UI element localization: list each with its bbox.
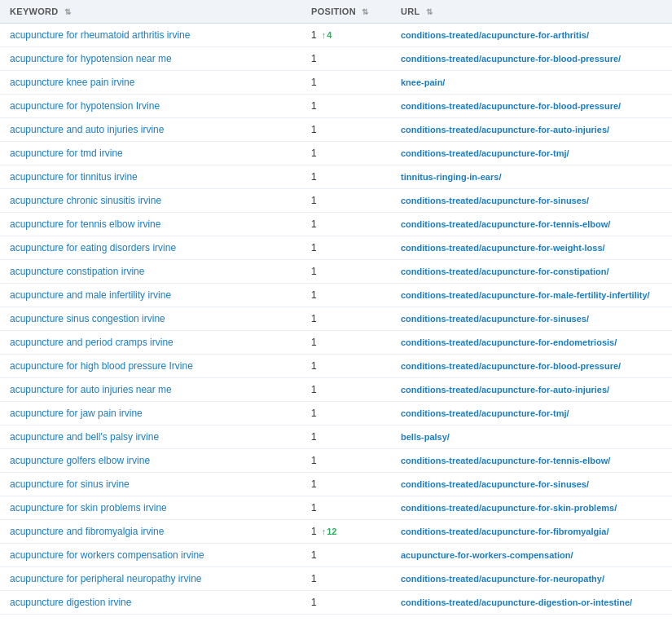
url-cell[interactable]: conditions-treated/acupuncture-for-tenni… — [391, 449, 672, 473]
keyword-sort-icon[interactable]: ⇅ — [64, 7, 71, 16]
table-row: acupuncture digestion irvine1conditions-… — [0, 591, 672, 615]
position-sort-icon[interactable]: ⇅ — [362, 7, 368, 16]
keyword-cell[interactable]: acupuncture sinus congestion irvine — [0, 307, 301, 331]
url-cell[interactable]: conditions-treated/acupuncture-for-auto-… — [391, 378, 672, 402]
table-row: acupuncture chronic sinusitis irvine1con… — [0, 189, 672, 213]
seo-rankings-table: KEYWORD ⇅ POSITION ⇅ URL ⇅ acupuncture f… — [0, 0, 672, 615]
url-cell[interactable]: conditions-treated/acupuncture-for-sinus… — [391, 473, 672, 496]
position-value: 1 — [311, 384, 317, 395]
table-row: acupuncture and fibromyalgia irvine1↑12c… — [0, 520, 672, 544]
position-value: 1 — [311, 289, 317, 301]
url-cell[interactable]: conditions-treated/acupuncture-for-endom… — [391, 331, 672, 355]
url-cell[interactable]: conditions-treated/acupuncture-for-male-… — [391, 284, 672, 307]
keyword-cell[interactable]: acupuncture knee pain irvine — [0, 71, 301, 95]
url-cell[interactable]: conditions-treated/acupuncture-for-auto-… — [391, 118, 672, 142]
position-cell: 1 — [301, 449, 391, 473]
keyword-cell[interactable]: acupuncture for hypotension Irvine — [0, 95, 301, 118]
position-cell: 1 — [301, 307, 391, 331]
position-value: 1 — [311, 337, 317, 348]
position-value: 1 — [311, 478, 317, 490]
position-value: 1 — [311, 171, 317, 183]
keyword-cell[interactable]: acupuncture and male infertility irvine — [0, 284, 301, 307]
table-row: acupuncture for peripheral neuropathy ir… — [0, 567, 672, 591]
keyword-cell[interactable]: acupuncture chronic sinusitis irvine — [0, 189, 301, 213]
table-row: acupuncture knee pain irvine1knee-pain/ — [0, 71, 672, 95]
keyword-cell[interactable]: acupuncture and fibromyalgia irvine — [0, 520, 301, 544]
url-cell[interactable]: conditions-treated/acupuncture-for-arthr… — [391, 24, 672, 47]
table-row: acupuncture for eating disorders irvine1… — [0, 236, 672, 260]
url-cell[interactable]: conditions-treated/acupuncture-for-tmj/ — [391, 402, 672, 425]
position-cell: 1 — [301, 236, 391, 260]
keyword-cell[interactable]: acupuncture for hypotension near me — [0, 47, 301, 71]
keyword-cell[interactable]: acupuncture digestion irvine — [0, 591, 301, 615]
position-cell: 1 — [301, 331, 391, 355]
keyword-cell[interactable]: acupuncture for eating disorders irvine — [0, 236, 301, 260]
keyword-cell[interactable]: acupuncture for workers compensation irv… — [0, 544, 301, 567]
url-cell[interactable]: conditions-treated/acupuncture-for-skin-… — [391, 496, 672, 520]
position-value: 1 — [311, 148, 317, 159]
keyword-cell[interactable]: acupuncture for rheumatoid arthritis irv… — [0, 24, 301, 47]
url-cell[interactable]: conditions-treated/acupuncture-for-sinus… — [391, 189, 672, 213]
url-cell[interactable]: acupuncture-for-workers-compensation/ — [391, 544, 672, 567]
position-value: 1 — [311, 218, 317, 230]
keyword-cell[interactable]: acupuncture for sinus irvine — [0, 473, 301, 496]
position-value: 1 — [311, 53, 317, 64]
keyword-cell[interactable]: acupuncture for jaw pain irvine — [0, 402, 301, 425]
position-change-badge: ↑12 — [322, 527, 337, 536]
url-cell[interactable]: conditions-treated/acupuncture-for-tenni… — [391, 213, 672, 236]
table-row: acupuncture golfers elbow irvine1conditi… — [0, 449, 672, 473]
table-row: acupuncture for skin problems irvine1con… — [0, 496, 672, 520]
position-cell: 1 — [301, 425, 391, 449]
keyword-cell[interactable]: acupuncture for tennis elbow irvine — [0, 213, 301, 236]
url-cell[interactable]: conditions-treated/acupuncture-for-sinus… — [391, 307, 672, 331]
url-cell[interactable]: conditions-treated/acupuncture-for-neuro… — [391, 567, 672, 591]
position-cell: 1 — [301, 496, 391, 520]
keyword-cell[interactable]: acupuncture and auto injuries irvine — [0, 118, 301, 142]
keyword-cell[interactable]: acupuncture for high blood pressure Irvi… — [0, 355, 301, 378]
table-row: acupuncture for auto injuries near me1co… — [0, 378, 672, 402]
keyword-cell[interactable]: acupuncture golfers elbow irvine — [0, 449, 301, 473]
url-cell[interactable]: conditions-treated/acupuncture-for-blood… — [391, 47, 672, 71]
table-row: acupuncture and bell's palsy irvine1bell… — [0, 425, 672, 449]
url-cell[interactable]: conditions-treated/acupuncture-for-const… — [391, 260, 672, 284]
keyword-cell[interactable]: acupuncture constipation irvine — [0, 260, 301, 284]
table-row: acupuncture for hypotension Irvine1condi… — [0, 95, 672, 118]
position-cell: 1 — [301, 284, 391, 307]
table-row: acupuncture sinus congestion irvine1cond… — [0, 307, 672, 331]
table-header-row: KEYWORD ⇅ POSITION ⇅ URL ⇅ — [0, 0, 672, 24]
position-cell: 1 — [301, 355, 391, 378]
url-cell[interactable]: conditions-treated/acupuncture-for-blood… — [391, 95, 672, 118]
table-row: acupuncture and male infertility irvine1… — [0, 284, 672, 307]
table-row: acupuncture for jaw pain irvine1conditio… — [0, 402, 672, 425]
position-cell: 1 — [301, 95, 391, 118]
url-column-header[interactable]: URL ⇅ — [391, 0, 672, 24]
table-row: acupuncture constipation irvine1conditio… — [0, 260, 672, 284]
keyword-cell[interactable]: acupuncture for skin problems irvine — [0, 496, 301, 520]
position-cell: 1 — [301, 118, 391, 142]
position-cell: 1 — [301, 47, 391, 71]
keyword-cell[interactable]: acupuncture for tinnitus irvine — [0, 165, 301, 189]
url-cell[interactable]: bells-palsy/ — [391, 425, 672, 449]
url-cell[interactable]: tinnitus-ringing-in-ears/ — [391, 165, 672, 189]
url-cell[interactable]: conditions-treated/acupuncture-for-weigh… — [391, 236, 672, 260]
url-sort-icon[interactable]: ⇅ — [426, 7, 433, 16]
url-cell[interactable]: conditions-treated/acupuncture-for-tmj/ — [391, 142, 672, 165]
url-cell[interactable]: knee-pain/ — [391, 71, 672, 95]
table-row: acupuncture for high blood pressure Irvi… — [0, 355, 672, 378]
table-row: acupuncture for workers compensation irv… — [0, 544, 672, 567]
table-row: acupuncture and period cramps irvine1con… — [0, 331, 672, 355]
position-column-header[interactable]: POSITION ⇅ — [301, 0, 391, 24]
table-row: acupuncture for rheumatoid arthritis irv… — [0, 24, 672, 47]
position-cell: 1 — [301, 260, 391, 284]
keyword-cell[interactable]: acupuncture for auto injuries near me — [0, 378, 301, 402]
position-value: 1 — [311, 29, 317, 41]
url-cell[interactable]: conditions-treated/acupuncture-for-fibro… — [391, 520, 672, 544]
keyword-cell[interactable]: acupuncture for tmd irvine — [0, 142, 301, 165]
url-cell[interactable]: conditions-treated/acupuncture-for-blood… — [391, 355, 672, 378]
keyword-cell[interactable]: acupuncture and bell's palsy irvine — [0, 425, 301, 449]
url-cell[interactable]: conditions-treated/acupuncture-digestion… — [391, 591, 672, 615]
position-value: 1 — [311, 597, 317, 608]
keyword-cell[interactable]: acupuncture and period cramps irvine — [0, 331, 301, 355]
keyword-column-header[interactable]: KEYWORD ⇅ — [0, 0, 301, 24]
keyword-cell[interactable]: acupuncture for peripheral neuropathy ir… — [0, 567, 301, 591]
